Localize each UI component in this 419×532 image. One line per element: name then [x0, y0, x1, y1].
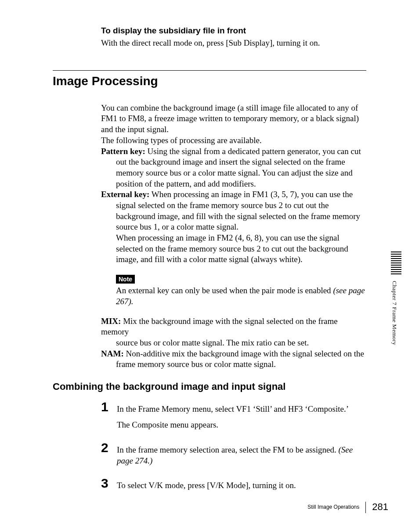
step-number: 2	[101, 441, 117, 471]
note-text: An external key can only be used when th…	[116, 285, 366, 307]
def-body: source bus or color matte signal. The mi…	[116, 338, 366, 349]
intro-heading: To display the subsidiary file in front	[101, 25, 366, 36]
step-line: In the frame memory selection area, sele…	[117, 445, 366, 466]
section-divider	[53, 70, 366, 71]
intro-block: To display the subsidiary file in front …	[101, 25, 366, 48]
step-number: 3	[101, 477, 117, 496]
def-lead: Mix the background image with the signal…	[101, 316, 338, 337]
def-body: out the background image and insert the …	[116, 157, 366, 189]
section-body: You can combine the background image (a …	[101, 103, 366, 370]
step-body: To select V/K mode, press [V/K Mode], tu…	[117, 477, 366, 496]
def-lead: When processing an image in FM1 (3, 5, 7…	[149, 190, 353, 199]
def-mix: MIX: Mix the background image with the s…	[101, 316, 366, 349]
footer-divider	[365, 502, 366, 513]
section-title: Image Processing	[53, 73, 366, 89]
note-text-a: An external key can only be used when th…	[116, 286, 333, 295]
def-body: frame memory source bus or color matte s…	[116, 359, 366, 370]
def-term: NAM:	[101, 349, 124, 358]
def-nam: NAM: Non-additive mix the background ima…	[101, 349, 366, 370]
step-line: The Composite menu appears.	[117, 420, 366, 431]
step-text: In the frame memory selection area, sele…	[117, 445, 338, 454]
page-number: 281	[372, 501, 388, 514]
def-term: External key:	[101, 190, 149, 199]
note-badge: Note	[116, 275, 135, 284]
def-external-key: External key: When processing an image i…	[101, 189, 366, 265]
step-body: In the Frame Memory menu, select VF1 ‘St…	[117, 400, 366, 436]
thumb-index-icon	[389, 250, 401, 276]
step-line: In the Frame Memory menu, select VF1 ‘St…	[117, 404, 366, 415]
side-chapter-label: Chapter 7 Frame Memory	[390, 281, 398, 345]
note-block: Note An external key can only be used wh…	[116, 265, 366, 307]
step-line: To select V/K mode, press [V/K Mode], tu…	[117, 480, 366, 491]
def-lead: Non-additive mix the background image wi…	[124, 349, 364, 358]
para-2: The following types of processing are av…	[101, 135, 366, 146]
steps-block: 1 In the Frame Memory menu, select VF1 ‘…	[101, 400, 366, 496]
intro-text: With the direct recall mode on, press [S…	[101, 38, 366, 49]
def-pattern-key: Pattern key: Using the signal from a ded…	[101, 146, 366, 190]
step-number: 1	[101, 400, 117, 436]
def-body-2: When processing an image in FM2 (4, 6, 8…	[116, 233, 366, 265]
footer-section-name: Still Image Operations	[307, 504, 365, 511]
side-tab: Chapter 7 Frame Memory	[375, 250, 401, 351]
para-1: You can combine the background image (a …	[101, 103, 366, 135]
page-footer: Still Image Operations 281	[307, 501, 388, 514]
step-body: In the frame memory selection area, sele…	[117, 441, 366, 471]
def-term: Pattern key:	[101, 147, 145, 156]
def-body-1: signal selected on the frame memory sour…	[116, 200, 366, 233]
def-term: MIX:	[101, 316, 121, 326]
step-3: 3 To select V/K mode, press [V/K Mode], …	[101, 477, 366, 496]
def-lead: Using the signal from a dedicated patter…	[145, 147, 361, 156]
page-content: To display the subsidiary file in front …	[0, 0, 419, 496]
step-2: 2 In the frame memory selection area, se…	[101, 441, 366, 471]
subsection-title: Combining the background image and input…	[53, 381, 366, 393]
step-1: 1 In the Frame Memory menu, select VF1 ‘…	[101, 400, 366, 436]
